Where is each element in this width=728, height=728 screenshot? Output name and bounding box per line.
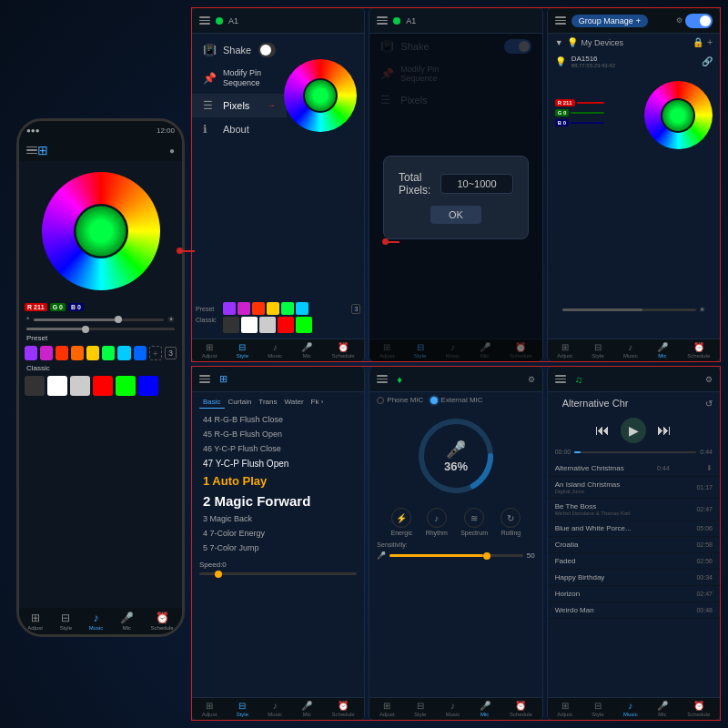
progress-bar[interactable] — [574, 451, 696, 453]
effect-46[interactable]: 46 Y-C-P Flush Close — [192, 441, 364, 456]
gm-slider-track[interactable] — [562, 308, 696, 311]
panel1-menu-icon[interactable] — [199, 16, 210, 25]
tab-trans[interactable]: Trans — [255, 396, 280, 409]
p4-nav-style[interactable]: ⊟ Style — [237, 701, 248, 717]
preset-swatch-5[interactable] — [86, 346, 99, 360]
nav-schedule[interactable]: ⏰ Schedule — [151, 612, 174, 631]
p1-nav-mic[interactable]: 🎤 Mic — [301, 342, 312, 359]
group-manage-btn[interactable]: Group Manage + — [571, 15, 648, 27]
tab-curtain[interactable]: Curtain — [225, 396, 256, 409]
panel2-menu-icon[interactable] — [377, 16, 388, 25]
preset-swatch-6[interactable] — [102, 346, 115, 360]
p5-nav-style[interactable]: ⊟ Style — [414, 701, 426, 717]
p1-nav-schedule[interactable]: ⏰ Schedule — [332, 342, 355, 359]
effect-1-auto[interactable]: 1 Auto Play — [192, 471, 364, 490]
album-refresh-icon[interactable]: ↺ — [705, 399, 713, 409]
panel5-menu-icon[interactable] — [377, 375, 388, 383]
p3-nav-mic[interactable]: 🎤 Mic — [657, 342, 668, 359]
speed-slider-row[interactable] — [19, 326, 182, 332]
p4-nav-music[interactable]: ♪ Music — [268, 701, 282, 717]
panel6-menu-icon[interactable] — [555, 375, 566, 383]
preset-swatch-2[interactable] — [40, 346, 53, 360]
classic-swatch-4[interactable] — [93, 376, 113, 396]
menu-about[interactable]: ℹ About — [192, 117, 287, 141]
mic-energic-btn[interactable]: ⚡ Energic — [391, 508, 413, 536]
mic-rhythm-btn[interactable]: ♪ Rhythm — [426, 508, 448, 536]
p1-classic-3[interactable] — [259, 317, 276, 333]
p1-classic-4[interactable] — [278, 317, 294, 333]
p5-nav-music[interactable]: ♪ Music — [446, 701, 460, 717]
p6-nav-mic[interactable]: 🎤 Mic — [657, 701, 668, 717]
p4-nav-adjust[interactable]: ⊞ Adjust — [202, 701, 217, 717]
song-6[interactable]: Faded 02:56 — [548, 553, 720, 570]
color-wheel-container[interactable] — [19, 165, 182, 298]
preset-add-btn[interactable]: + — [149, 346, 162, 360]
dialog-ok-btn[interactable]: OK — [430, 206, 481, 224]
play-btn[interactable]: ▶ — [621, 418, 646, 443]
classic-swatch-2[interactable] — [47, 376, 67, 396]
p3-nav-schedule[interactable]: ⏰ Schedule — [687, 342, 710, 359]
p1-classic-1[interactable] — [223, 317, 239, 333]
nav-style[interactable]: ⊟ Style — [60, 612, 72, 631]
speed-slider[interactable] — [199, 572, 357, 575]
menu-icon[interactable] — [26, 147, 37, 155]
brightness-slider-row[interactable]: * ☀ — [19, 313, 182, 326]
sensitivity-slider[interactable] — [389, 554, 522, 557]
nav-music[interactable]: ♪ Music — [89, 612, 104, 631]
small-wheel[interactable] — [284, 59, 357, 132]
mic-external-option[interactable]: External MIC — [430, 396, 482, 404]
song-5[interactable]: Croatia 02:58 — [548, 537, 720, 553]
gm-gear-icon[interactable]: ⚙ — [676, 16, 682, 25]
song-3[interactable]: Be The Boss Michel Dondane & Thanas Karl… — [548, 499, 720, 521]
effect-2-magic[interactable]: 2 Magic Forward — [192, 490, 364, 511]
p3-nav-style[interactable]: ⊟ Style — [592, 342, 603, 359]
speed-slider-track[interactable] — [26, 328, 175, 330]
tab-basic[interactable]: Basic — [199, 396, 225, 409]
effect-3-magic[interactable]: 3 Magic Back — [192, 511, 364, 526]
song-7[interactable]: Happy Birthday 00:34 — [548, 570, 720, 586]
p1-swatch-4[interactable] — [267, 302, 279, 315]
p1-nav-adjust[interactable]: ⊞ Adjust — [202, 342, 217, 359]
preset-swatch-8[interactable] — [134, 346, 147, 360]
gm-menu-icon[interactable] — [555, 16, 566, 25]
gm-color-wheel[interactable] — [644, 81, 713, 149]
panel4-menu-icon[interactable] — [199, 375, 210, 383]
p1-swatch-5[interactable] — [281, 302, 294, 315]
p1-nav-style[interactable]: ⊟ Style — [237, 342, 248, 359]
color-wheel[interactable] — [42, 172, 160, 290]
classic-swatch-3[interactable] — [70, 376, 90, 396]
p4-nav-mic[interactable]: 🎤 Mic — [301, 701, 312, 717]
p1-classic-2[interactable] — [241, 317, 258, 333]
p5-nav-adjust[interactable]: ⊞ Adjust — [379, 701, 395, 717]
speed-slider-thumb[interactable] — [215, 571, 222, 578]
nav-adjust[interactable]: ⊞ Adjust — [27, 612, 43, 631]
song-9[interactable]: Weirdo Man 00:48 — [548, 602, 720, 619]
preset-swatch-1[interactable] — [25, 346, 37, 360]
panel5-gear-icon[interactable]: ⚙ — [528, 375, 535, 384]
classic-swatch-6[interactable] — [138, 376, 158, 396]
effect-45[interactable]: 45 R-G-B Flush Open — [192, 427, 364, 441]
effect-47[interactable]: 47 Y-C-P Flush Open — [192, 456, 364, 471]
gm-wheel[interactable] — [644, 81, 713, 149]
tab-water[interactable]: Water — [281, 396, 308, 409]
prev-btn[interactable]: ⏮ — [595, 422, 610, 439]
song-8[interactable]: Horizon 02:47 — [548, 586, 720, 602]
tab-fk[interactable]: Fk › — [308, 396, 328, 409]
preset-swatch-7[interactable] — [117, 346, 130, 360]
p4-nav-schedule[interactable]: ⏰ Schedule — [332, 701, 355, 717]
next-btn[interactable]: ⏭ — [657, 422, 672, 439]
p1-swatch-3[interactable] — [252, 302, 265, 315]
p1-swatch-6[interactable] — [296, 302, 308, 315]
sensitivity-thumb[interactable] — [483, 552, 490, 560]
pixels-input[interactable] — [440, 174, 513, 194]
p1-swatch-2[interactable] — [238, 302, 250, 315]
mic-rolling-btn[interactable]: ↻ Rolling — [500, 508, 521, 536]
nav-mic[interactable]: 🎤 Mic — [120, 612, 134, 631]
gm-toggle[interactable] — [685, 14, 713, 28]
effect-5[interactable]: 5 7-Color Jump — [192, 541, 364, 555]
panel1-color-wheel[interactable] — [284, 59, 357, 132]
p1-swatch-1[interactable] — [223, 302, 236, 315]
preset-swatch-4[interactable] — [71, 346, 84, 360]
song-1[interactable]: Alternative Christmas 0:44 ⬇ — [548, 460, 720, 477]
song-4[interactable]: Blue and White Porce... 05:06 — [548, 521, 720, 537]
